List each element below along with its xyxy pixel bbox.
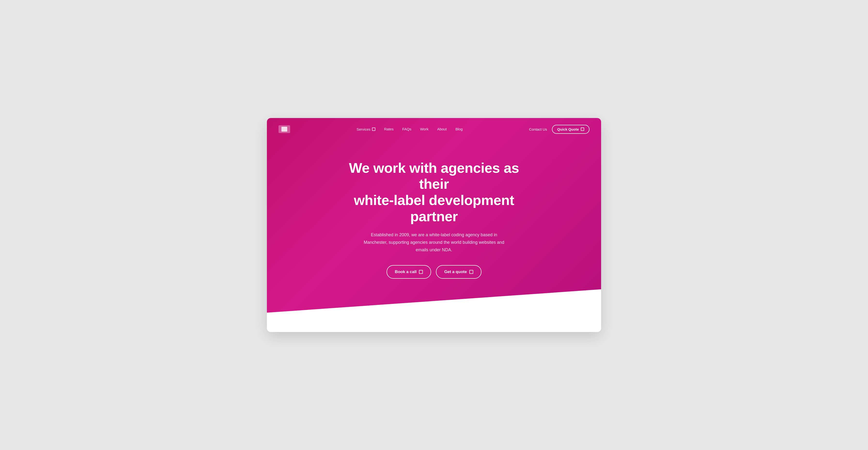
nav-actions: Contact Us Quick Quote — [529, 125, 589, 134]
nav-link-rates[interactable]: Rates — [384, 127, 394, 131]
get-quote-label: Get a quote — [444, 269, 467, 274]
browser-window: Services Rates FAQs Work About Blog — [267, 118, 601, 332]
decorative-icon-box — [585, 290, 591, 297]
nav-item-faqs[interactable]: FAQs — [402, 127, 411, 131]
quick-quote-label: Quick Quote — [557, 127, 579, 131]
navbar: Services Rates FAQs Work About Blog — [267, 118, 601, 141]
nav-link-about[interactable]: About — [437, 127, 446, 131]
nav-link-faqs[interactable]: FAQs — [402, 127, 411, 131]
book-call-label: Book a call — [395, 269, 416, 274]
hero-content: We work with agencies as their white-lab… — [325, 141, 543, 294]
quick-quote-icon — [581, 127, 584, 131]
hero-section: Services Rates FAQs Work About Blog — [267, 118, 601, 313]
hero-title-line1: We work with agencies as their — [349, 160, 519, 192]
nav-item-about[interactable]: About — [437, 127, 446, 131]
quick-quote-button[interactable]: Quick Quote — [552, 125, 589, 134]
logo[interactable] — [279, 125, 290, 133]
nav-link-blog[interactable]: Blog — [455, 127, 463, 131]
nav-item-blog[interactable]: Blog — [455, 127, 463, 131]
services-dropdown-icon — [372, 127, 375, 131]
bottom-white-area — [267, 312, 601, 332]
get-quote-button[interactable]: Get a quote — [436, 265, 482, 279]
hero-buttons: Book a call Get a quote — [335, 265, 533, 279]
nav-item-services[interactable]: Services — [356, 127, 375, 131]
nav-services-label: Services — [356, 127, 371, 131]
nav-item-work[interactable]: Work — [420, 127, 428, 131]
nav-link-services[interactable]: Services — [356, 127, 375, 131]
logo-image — [281, 127, 287, 131]
nav-links: Services Rates FAQs Work About Blog — [356, 127, 463, 131]
nav-link-work[interactable]: Work — [420, 127, 428, 131]
bottom-right-area — [585, 290, 591, 298]
book-call-button[interactable]: Book a call — [386, 265, 431, 279]
nav-item-rates[interactable]: Rates — [384, 127, 394, 131]
hero-title-line2: white-label development partner — [354, 192, 514, 224]
hero-subtitle: Established in 2009, we are a white-labe… — [359, 231, 509, 253]
get-quote-icon — [469, 270, 473, 274]
book-call-icon — [419, 270, 423, 274]
hero-title: We work with agencies as their white-lab… — [335, 160, 533, 224]
contact-us-link[interactable]: Contact Us — [529, 127, 547, 131]
